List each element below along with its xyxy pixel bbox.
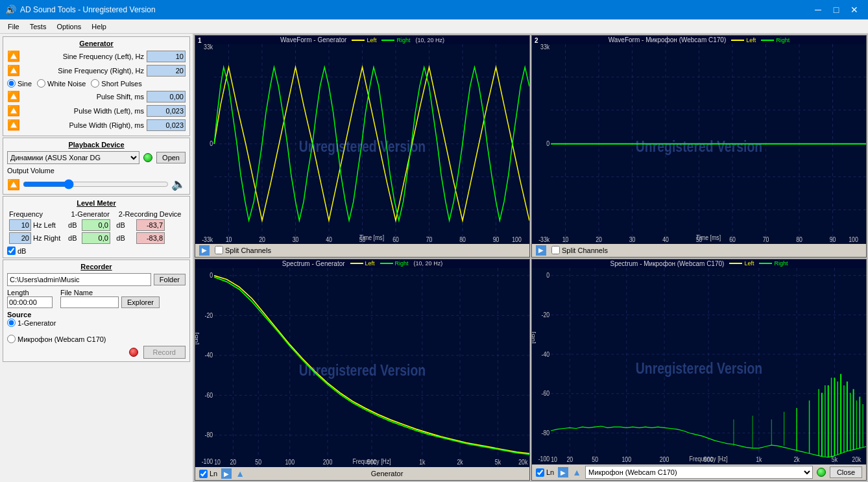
open-button[interactable]: Open: [156, 152, 186, 163]
spectrum-mic-title: Spectrum - Микрофон (Webcam C170): [610, 260, 725, 267]
level-table: Frequency 1-Generator 2-Recording Device…: [7, 210, 186, 245]
level-meter-section: Level Meter Frequency 1-Generator 2-Reco…: [3, 196, 190, 258]
main-layout: Generator 🔼 Sine Frequency (Left), Hz 🔼 …: [0, 34, 868, 482]
svg-text:-40: -40: [205, 351, 213, 359]
pulse-shift-label: Pulse Shift, ms: [23, 93, 144, 101]
lm-freq2-input[interactable]: [9, 232, 31, 244]
volume-slider-icon: 🔼: [7, 178, 20, 191]
freq-right-field: Sine Frequency (Right), Hz: [23, 65, 186, 77]
filename-group: File Name Explorer: [60, 289, 160, 308]
legend-left-label-4: Left: [744, 260, 754, 267]
menu-help[interactable]: Help: [86, 21, 112, 32]
legend-right-1: Right: [381, 37, 410, 43]
source-radio-2[interactable]: Микрофон (Webcam C170): [7, 335, 186, 343]
split-channels-2-label[interactable]: Split Channels: [551, 246, 608, 254]
recorder-section: Recorder Folder Length File Name Explore…: [3, 259, 190, 362]
svg-text:-20: -20: [542, 311, 550, 319]
pulse-width-right-input[interactable]: [147, 119, 186, 131]
volume-row: Output Volume: [7, 167, 186, 175]
spectrum-gen-arrow[interactable]: ▶: [221, 468, 232, 479]
spectrum-gen-bottom: Ln ▶ ▲ Generator: [195, 467, 529, 480]
length-filename-row: Length File Name Explorer: [7, 289, 186, 308]
close-button[interactable]: Close: [830, 466, 862, 478]
pulse-width-left-label: Pulse Width (Left), ms: [23, 107, 144, 115]
lm-rec1-left-input[interactable]: [136, 219, 165, 231]
minimize-button[interactable]: ─: [810, 1, 826, 18]
legend-right-4: Right: [759, 260, 788, 267]
chart2-num: 2: [535, 37, 538, 44]
waveform-mic-arrow[interactable]: ▶: [536, 245, 546, 256]
svg-text:60: 60: [392, 235, 399, 243]
svg-text:Unregistered Version: Unregistered Version: [636, 138, 762, 155]
filename-input-row: Explorer: [60, 296, 160, 308]
freq-right-slider-row: 🔼 Sine Frequency (Right), Hz: [7, 64, 186, 77]
pulse-width-right-row: 🔼 Pulse Width (Right), ms: [7, 119, 186, 131]
svg-text:Time [ms]: Time [ms]: [696, 234, 721, 241]
svg-text:20: 20: [596, 235, 602, 243]
pulse-width-left-icon: 🔼: [7, 104, 20, 117]
playback-section: Playback Device Динамики (ASUS Xonar DG …: [3, 138, 190, 195]
explorer-button[interactable]: Explorer: [121, 296, 160, 308]
pulse-width-left-field: Pulse Width (Left), ms: [23, 105, 186, 117]
lm-gen1-right-input[interactable]: [82, 232, 110, 244]
spectrum-gen-device-label: Generator: [248, 470, 525, 477]
speaker-icon: 🔈: [171, 177, 186, 191]
split-channels-1-checkbox[interactable]: [215, 246, 223, 254]
freq-left-input[interactable]: [147, 51, 186, 62]
length-input[interactable]: [7, 296, 53, 308]
folder-button[interactable]: Folder: [154, 274, 186, 285]
playback-device-select[interactable]: Динамики (ASUS Xonar DG: [7, 151, 139, 164]
svg-text:5k: 5k: [495, 457, 501, 465]
length-group: Length: [7, 289, 53, 308]
close-window-button[interactable]: ✕: [846, 1, 863, 18]
pulse-width-left-input[interactable]: [147, 105, 186, 117]
lm-gen1-left-input[interactable]: [82, 219, 110, 231]
freq-right-label: Sine Frequency (Right), Hz: [23, 67, 144, 75]
lm-rec1-right-input[interactable]: [136, 232, 165, 244]
radio-sine[interactable]: Sine: [7, 79, 32, 88]
spectrum-gen-canvas: 0 -20 -40 -60 -80 -100 [dB] 10 20 50 100…: [195, 268, 529, 468]
playback-device-row: Динамики (ASUS Xonar DG Open: [7, 151, 186, 164]
radio-short-pulses[interactable]: Short Pulses: [91, 79, 141, 88]
ln-checkbox-2[interactable]: [536, 468, 544, 477]
legend-right-label-4: Right: [774, 260, 788, 267]
db-checkbox-row: dB: [7, 247, 186, 255]
split-channels-1-label[interactable]: Split Channels: [215, 246, 271, 254]
svg-text:30: 30: [293, 235, 299, 243]
pulse-shift-input[interactable]: [147, 91, 186, 102]
app-icon: 🔊: [5, 5, 16, 15]
filename-input[interactable]: [60, 296, 119, 308]
split-channels-2-checkbox[interactable]: [551, 246, 560, 254]
waveform-gen-canvas: 33k 0 -33k 10 20 30 40 50 60 70 80 90 10…: [195, 44, 529, 244]
ln-check-2[interactable]: Ln: [536, 468, 554, 477]
lm-col1-label: 1-Generator: [66, 210, 114, 219]
legend-green-3: [380, 263, 393, 264]
folder-path-input[interactable]: [7, 273, 151, 286]
ln-check-1[interactable]: Ln: [199, 470, 217, 478]
spectrum-mic-panel: Spectrum - Микрофон (Webcam C170) Left R…: [531, 259, 867, 481]
record-button[interactable]: Record: [143, 346, 186, 359]
db-checkbox[interactable]: [7, 247, 16, 255]
legend-yellow-2: [731, 40, 744, 41]
menu-file[interactable]: File: [3, 21, 25, 32]
ln-checkbox-1[interactable]: [199, 470, 208, 478]
maximize-button[interactable]: □: [828, 1, 845, 18]
spectrum-device-select[interactable]: Микрофон (Webcam C170): [585, 466, 813, 479]
pulse-shift-row: 🔼 Pulse Shift, ms: [7, 90, 186, 102]
menu-options[interactable]: Options: [51, 21, 86, 32]
svg-text:[dB]: [dB]: [195, 332, 199, 344]
svg-text:Unregistered Version: Unregistered Version: [299, 361, 426, 378]
freq-right-input[interactable]: [147, 65, 186, 77]
radio-white-noise[interactable]: White Noise: [37, 79, 86, 88]
svg-text:-100: -100: [202, 457, 213, 464]
chart1-num: 1: [198, 37, 202, 44]
lm-freq1-input[interactable]: [9, 219, 31, 231]
window-controls: ─ □ ✕: [810, 1, 863, 18]
generator-section: Generator 🔼 Sine Frequency (Left), Hz 🔼 …: [3, 36, 190, 136]
menu-tests[interactable]: Tests: [25, 21, 52, 32]
spectrum-mic-arrow[interactable]: ▶: [558, 467, 568, 477]
source-radio-1[interactable]: 1-Generator: [7, 319, 186, 327]
waveform-gen-arrow[interactable]: ▶: [199, 245, 210, 256]
volume-slider[interactable]: [23, 179, 169, 189]
waveform-mic-svg: 33k 0 -33k 10 20 30 40 50 60 70 80 90 10…: [532, 44, 866, 244]
